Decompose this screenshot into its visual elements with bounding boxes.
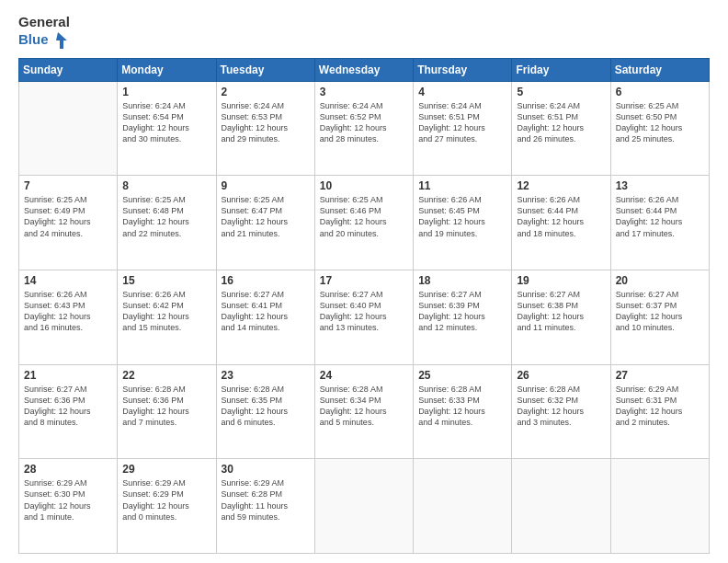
calendar-cell: 11Sunrise: 6:26 AM Sunset: 6:45 PM Dayli… [414, 176, 512, 270]
day-number: 6 [616, 86, 704, 98]
day-info: Sunrise: 6:26 AM Sunset: 6:44 PM Dayligh… [517, 194, 605, 239]
day-info: Sunrise: 6:26 AM Sunset: 6:45 PM Dayligh… [418, 194, 506, 239]
day-info: Sunrise: 6:25 AM Sunset: 6:46 PM Dayligh… [320, 194, 408, 239]
calendar-cell: 15Sunrise: 6:26 AM Sunset: 6:42 PM Dayli… [118, 270, 216, 364]
svg-marker-0 [56, 32, 67, 49]
calendar-cell: 3Sunrise: 6:24 AM Sunset: 6:52 PM Daylig… [314, 81, 413, 176]
day-number: 20 [616, 274, 704, 287]
calendar-cell: 2Sunrise: 6:24 AM Sunset: 6:53 PM Daylig… [216, 81, 314, 176]
calendar-cell: 10Sunrise: 6:25 AM Sunset: 6:46 PM Dayli… [314, 176, 413, 270]
day-info: Sunrise: 6:29 AM Sunset: 6:29 PM Dayligh… [122, 477, 210, 523]
day-info: Sunrise: 6:25 AM Sunset: 6:48 PM Dayligh… [122, 194, 210, 239]
calendar-cell [512, 459, 610, 554]
logo-arrow-icon [51, 30, 71, 51]
day-number: 13 [616, 179, 704, 192]
calendar-week-row: 1Sunrise: 6:24 AM Sunset: 6:54 PM Daylig… [19, 81, 710, 176]
calendar-cell: 17Sunrise: 6:27 AM Sunset: 6:40 PM Dayli… [314, 270, 413, 364]
day-number: 12 [517, 179, 605, 192]
calendar-cell [19, 81, 118, 176]
day-number: 24 [320, 369, 408, 382]
col-header-thursday: Thursday [414, 58, 512, 81]
day-info: Sunrise: 6:27 AM Sunset: 6:36 PM Dayligh… [24, 384, 112, 429]
day-number: 18 [418, 274, 506, 287]
calendar-cell: 19Sunrise: 6:27 AM Sunset: 6:38 PM Dayli… [512, 270, 610, 364]
day-info: Sunrise: 6:28 AM Sunset: 6:34 PM Dayligh… [320, 384, 408, 429]
col-header-wednesday: Wednesday [314, 58, 413, 81]
day-number: 16 [222, 274, 310, 287]
calendar-cell: 26Sunrise: 6:28 AM Sunset: 6:32 PM Dayli… [512, 364, 610, 459]
calendar-week-row: 7Sunrise: 6:25 AM Sunset: 6:49 PM Daylig… [19, 176, 710, 270]
day-number: 4 [418, 86, 506, 98]
day-number: 25 [418, 369, 506, 382]
calendar-cell [610, 459, 709, 554]
calendar-cell: 14Sunrise: 6:26 AM Sunset: 6:43 PM Dayli… [19, 270, 118, 364]
calendar-cell: 20Sunrise: 6:27 AM Sunset: 6:37 PM Dayli… [610, 270, 709, 364]
page-header: General Blue [18, 15, 710, 51]
day-number: 2 [222, 86, 310, 98]
day-number: 22 [122, 369, 210, 382]
calendar-cell: 28Sunrise: 6:29 AM Sunset: 6:30 PM Dayli… [19, 459, 118, 554]
day-info: Sunrise: 6:24 AM Sunset: 6:52 PM Dayligh… [320, 100, 408, 145]
day-info: Sunrise: 6:28 AM Sunset: 6:33 PM Dayligh… [418, 384, 506, 429]
calendar-cell: 30Sunrise: 6:29 AM Sunset: 6:28 PM Dayli… [216, 459, 314, 554]
day-info: Sunrise: 6:24 AM Sunset: 6:53 PM Dayligh… [222, 100, 310, 145]
col-header-tuesday: Tuesday [216, 58, 314, 81]
day-number: 15 [122, 274, 210, 287]
day-info: Sunrise: 6:29 AM Sunset: 6:30 PM Dayligh… [24, 477, 112, 523]
calendar-cell: 6Sunrise: 6:25 AM Sunset: 6:50 PM Daylig… [610, 81, 709, 176]
day-info: Sunrise: 6:28 AM Sunset: 6:32 PM Dayligh… [517, 384, 605, 429]
day-number: 23 [222, 369, 310, 382]
day-info: Sunrise: 6:25 AM Sunset: 6:49 PM Dayligh… [24, 194, 112, 239]
calendar-cell: 18Sunrise: 6:27 AM Sunset: 6:39 PM Dayli… [414, 270, 512, 364]
day-number: 17 [320, 274, 408, 287]
calendar-week-row: 28Sunrise: 6:29 AM Sunset: 6:30 PM Dayli… [19, 459, 710, 554]
day-info: Sunrise: 6:26 AM Sunset: 6:44 PM Dayligh… [616, 194, 704, 239]
logo-blue: Blue [18, 32, 49, 48]
day-number: 30 [222, 463, 310, 476]
day-info: Sunrise: 6:28 AM Sunset: 6:35 PM Dayligh… [222, 384, 310, 429]
day-number: 21 [24, 369, 112, 382]
calendar-cell: 22Sunrise: 6:28 AM Sunset: 6:36 PM Dayli… [118, 364, 216, 459]
day-info: Sunrise: 6:25 AM Sunset: 6:47 PM Dayligh… [222, 194, 310, 239]
calendar-cell: 29Sunrise: 6:29 AM Sunset: 6:29 PM Dayli… [118, 459, 216, 554]
calendar-cell: 7Sunrise: 6:25 AM Sunset: 6:49 PM Daylig… [19, 176, 118, 270]
calendar-cell: 24Sunrise: 6:28 AM Sunset: 6:34 PM Dayli… [314, 364, 413, 459]
day-number: 19 [517, 274, 605, 287]
day-number: 7 [24, 179, 112, 192]
day-info: Sunrise: 6:27 AM Sunset: 6:38 PM Dayligh… [517, 289, 605, 334]
logo: General Blue [18, 15, 71, 51]
calendar-week-row: 14Sunrise: 6:26 AM Sunset: 6:43 PM Dayli… [19, 270, 710, 364]
day-info: Sunrise: 6:29 AM Sunset: 6:31 PM Dayligh… [616, 384, 704, 429]
day-number: 1 [122, 86, 210, 98]
day-info: Sunrise: 6:26 AM Sunset: 6:42 PM Dayligh… [122, 289, 210, 334]
day-info: Sunrise: 6:27 AM Sunset: 6:37 PM Dayligh… [616, 289, 704, 334]
calendar-header-row: SundayMondayTuesdayWednesdayThursdayFrid… [19, 58, 710, 81]
day-number: 11 [418, 179, 506, 192]
calendar-cell [414, 459, 512, 554]
calendar-table: SundayMondayTuesdayWednesdayThursdayFrid… [18, 58, 710, 555]
col-header-saturday: Saturday [610, 58, 709, 81]
calendar-cell [314, 459, 413, 554]
day-info: Sunrise: 6:24 AM Sunset: 6:51 PM Dayligh… [517, 100, 605, 145]
col-header-friday: Friday [512, 58, 610, 81]
calendar-cell: 16Sunrise: 6:27 AM Sunset: 6:41 PM Dayli… [216, 270, 314, 364]
day-number: 5 [517, 86, 605, 98]
day-number: 27 [616, 369, 704, 382]
calendar-cell: 9Sunrise: 6:25 AM Sunset: 6:47 PM Daylig… [216, 176, 314, 270]
day-number: 14 [24, 274, 112, 287]
day-info: Sunrise: 6:27 AM Sunset: 6:39 PM Dayligh… [418, 289, 506, 334]
day-info: Sunrise: 6:24 AM Sunset: 6:51 PM Dayligh… [418, 100, 506, 145]
calendar-cell: 12Sunrise: 6:26 AM Sunset: 6:44 PM Dayli… [512, 176, 610, 270]
calendar-cell: 5Sunrise: 6:24 AM Sunset: 6:51 PM Daylig… [512, 81, 610, 176]
day-info: Sunrise: 6:28 AM Sunset: 6:36 PM Dayligh… [122, 384, 210, 429]
calendar-cell: 8Sunrise: 6:25 AM Sunset: 6:48 PM Daylig… [118, 176, 216, 270]
day-number: 9 [222, 179, 310, 192]
logo-general: General [18, 15, 71, 30]
day-info: Sunrise: 6:24 AM Sunset: 6:54 PM Dayligh… [122, 100, 210, 145]
day-number: 8 [122, 179, 210, 192]
day-info: Sunrise: 6:27 AM Sunset: 6:40 PM Dayligh… [320, 289, 408, 334]
calendar-cell: 21Sunrise: 6:27 AM Sunset: 6:36 PM Dayli… [19, 364, 118, 459]
day-number: 10 [320, 179, 408, 192]
day-info: Sunrise: 6:26 AM Sunset: 6:43 PM Dayligh… [24, 289, 112, 334]
calendar-cell: 13Sunrise: 6:26 AM Sunset: 6:44 PM Dayli… [610, 176, 709, 270]
